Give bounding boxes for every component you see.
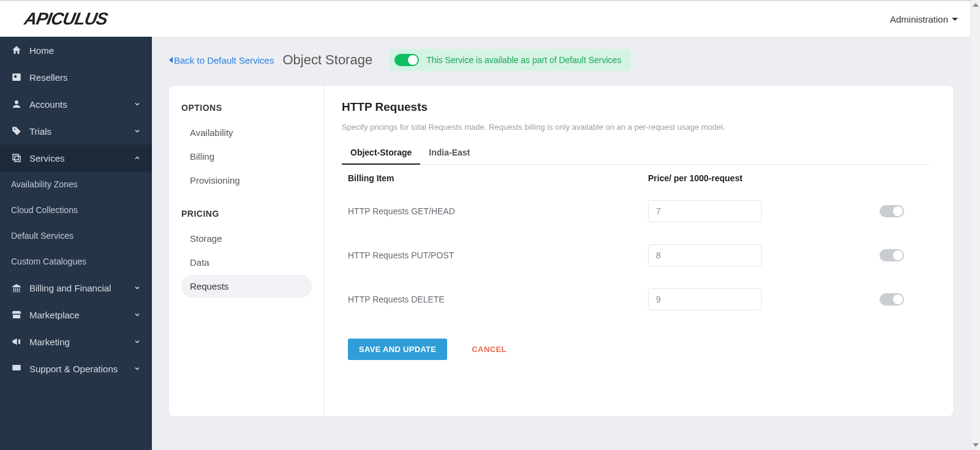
sidebar-label: Resellers (29, 72, 141, 83)
sidebar-item-billing[interactable]: Billing and Financial (0, 274, 152, 301)
table-row: HTTP Requests GET/HEAD (342, 189, 929, 233)
sidebar-item-accounts[interactable]: Accounts (0, 91, 152, 118)
caret-down-icon (952, 18, 958, 21)
sidebar-item-support[interactable]: Support & Operations (0, 355, 152, 382)
page-title: Object Storage (282, 52, 372, 68)
chevron-down-icon (134, 127, 141, 135)
options-heading: OPTIONS (181, 103, 312, 113)
price-input-delete[interactable] (648, 288, 762, 310)
tab-india-east[interactable]: India-East (420, 143, 478, 165)
region-tabs: Object-Storage India-East (342, 143, 929, 165)
billing-item-label: HTTP Requests DELETE (348, 294, 648, 304)
badge-icon (11, 72, 22, 83)
back-link[interactable]: Back to Default Services (169, 55, 274, 66)
page-header: Back to Default Services Object Storage … (152, 37, 970, 86)
vertical-scrollbar[interactable] (970, 0, 980, 450)
topbar: APICULUS Administration (0, 0, 970, 37)
col-price: Price/ per 1000-request (648, 173, 832, 183)
row-toggle[interactable] (880, 249, 904, 261)
chevron-down-icon (134, 100, 141, 108)
price-input-put[interactable] (648, 244, 762, 266)
availability-toggle[interactable] (394, 54, 419, 66)
sidebar-item-marketplace[interactable]: Marketplace (0, 301, 152, 328)
sidebar: Home Resellers Accounts Trials Services (0, 37, 152, 450)
cancel-button[interactable]: CANCEL (472, 345, 507, 354)
svg-rect-1 (14, 75, 17, 78)
table-row: HTTP Requests PUT/POST (342, 233, 929, 277)
sidebar-item-home[interactable]: Home (0, 37, 152, 64)
row-toggle[interactable] (880, 293, 904, 306)
tag-icon (11, 126, 22, 137)
save-button[interactable]: SAVE AND UPDATE (348, 339, 447, 360)
pricing-form: HTTP Requests Specify pricings for total… (325, 86, 953, 416)
admin-menu-label: Administration (890, 14, 948, 24)
availability-pill: This Service is available as part of Def… (390, 49, 631, 71)
option-storage[interactable]: Storage (181, 227, 312, 250)
sidebar-sub-custom-catalogues[interactable]: Custom Catalogues (0, 249, 152, 274)
sidebar-sub-default-services[interactable]: Default Services (0, 223, 152, 249)
sidebar-label: Trials (29, 126, 126, 137)
sidebar-label: Services (29, 153, 126, 163)
sidebar-label: Accounts (29, 99, 126, 110)
store-icon (11, 309, 22, 320)
sidebar-label: Marketplace (29, 310, 126, 320)
billing-item-label: HTTP Requests PUT/POST (348, 250, 648, 260)
bank-icon (11, 282, 22, 293)
section-desc: Specify pricings for total Requests made… (342, 122, 929, 132)
admin-menu[interactable]: Administration (890, 14, 958, 24)
svg-point-2 (15, 100, 18, 104)
tab-object-storage[interactable]: Object-Storage (342, 143, 420, 165)
scroll-down-icon[interactable] (971, 440, 980, 450)
price-input-get[interactable] (648, 200, 762, 222)
back-link-label: Back to Default Services (174, 55, 274, 66)
sidebar-label: Home (29, 45, 141, 56)
option-billing[interactable]: Billing (181, 145, 312, 168)
scroll-up-icon[interactable] (971, 0, 980, 10)
svg-point-3 (14, 129, 15, 130)
chevron-left-icon (169, 57, 173, 63)
sidebar-label: Billing and Financial (29, 283, 126, 293)
sidebar-label: Marketing (29, 337, 126, 347)
table-header: Billing Item Price/ per 1000-request (342, 165, 929, 189)
sidebar-sub-availability-zones[interactable]: Availability Zones (0, 171, 152, 197)
option-availability[interactable]: Availability (181, 121, 312, 144)
layers-icon (11, 152, 22, 163)
home-icon (11, 45, 22, 56)
main-content: Back to Default Services Object Storage … (152, 37, 970, 450)
pricing-heading: PRICING (181, 209, 312, 219)
svg-rect-4 (13, 154, 18, 160)
svg-rect-5 (15, 156, 20, 162)
monitor-icon (11, 363, 22, 374)
section-title: HTTP Requests (342, 100, 929, 114)
sidebar-sub-cloud-collections[interactable]: Cloud Collections (0, 197, 152, 223)
chevron-up-icon (134, 154, 141, 162)
chevron-down-icon (134, 311, 141, 318)
billing-item-label: HTTP Requests GET/HEAD (348, 206, 648, 216)
chevron-down-icon (134, 284, 141, 291)
row-toggle[interactable] (880, 205, 904, 217)
col-billing-item: Billing Item (348, 173, 648, 183)
option-requests[interactable]: Requests (181, 275, 312, 298)
sidebar-item-trials[interactable]: Trials (0, 118, 152, 144)
user-icon (11, 99, 22, 110)
form-actions: SAVE AND UPDATE CANCEL (342, 339, 929, 360)
megaphone-icon (11, 336, 22, 347)
chevron-down-icon (134, 365, 141, 372)
brand-logo: APICULUS (24, 9, 107, 29)
sidebar-item-marketing[interactable]: Marketing (0, 328, 152, 355)
option-data[interactable]: Data (181, 251, 312, 274)
chevron-down-icon (134, 338, 141, 345)
options-panel: OPTIONS Availability Billing Provisionin… (169, 86, 325, 416)
sidebar-label: Support & Operations (29, 364, 126, 374)
availability-text: This Service is available as part of Def… (426, 55, 621, 65)
table-row: HTTP Requests DELETE (342, 277, 929, 321)
svg-rect-6 (12, 365, 21, 370)
option-provisioning[interactable]: Provisioning (181, 169, 312, 192)
sidebar-item-services[interactable]: Services (0, 144, 152, 171)
settings-panel: OPTIONS Availability Billing Provisionin… (169, 86, 953, 416)
sidebar-item-resellers[interactable]: Resellers (0, 64, 152, 91)
